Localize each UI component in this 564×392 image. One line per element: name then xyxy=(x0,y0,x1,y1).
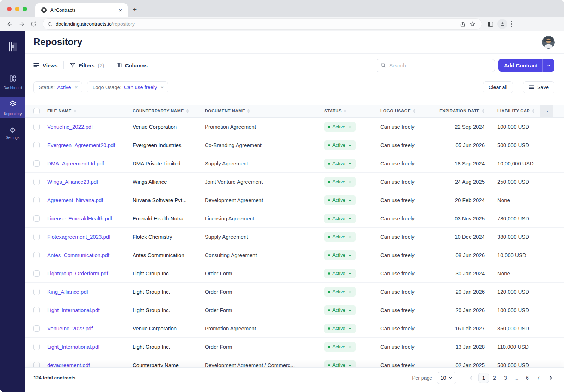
browser-profile-icon[interactable] xyxy=(497,19,507,29)
chip-remove-icon[interactable]: × xyxy=(160,84,164,90)
row-checkbox[interactable] xyxy=(33,325,40,332)
reload-icon[interactable] xyxy=(28,19,39,29)
browser-tab[interactable]: AirContracts × xyxy=(35,3,128,17)
sidebar-item-repository[interactable]: Repository xyxy=(0,97,25,118)
status-badge[interactable]: Active xyxy=(324,269,356,278)
chevron-down-icon xyxy=(348,290,352,294)
row-checkbox[interactable] xyxy=(33,179,40,185)
tab-close-icon[interactable]: × xyxy=(117,7,123,13)
logo-usage-cell: Can use freely xyxy=(380,215,438,221)
column-header-doc[interactable]: DOCUMENT NAME xyxy=(205,109,324,114)
column-header-file[interactable]: FILE NAME xyxy=(47,109,133,114)
clear-all-button[interactable]: Clear all xyxy=(483,81,513,93)
status-badge[interactable]: Active xyxy=(324,122,356,132)
filter-chip[interactable]: Logo Usage: Can use freely × xyxy=(87,81,168,93)
file-name-link[interactable]: Wings_Alliance23.pdf xyxy=(47,179,133,185)
main-content: Repository Views Filters xyxy=(25,31,564,392)
status-badge[interactable]: Active xyxy=(324,140,356,150)
share-icon[interactable] xyxy=(458,19,467,29)
search-input[interactable] xyxy=(389,62,490,68)
status-badge[interactable]: Active xyxy=(324,250,356,260)
file-name-link[interactable]: DMA_AgreementLtd.pdf xyxy=(47,160,133,166)
expiration-date-cell: 20 Jan 2026 xyxy=(438,289,497,295)
per-page-select[interactable]: 10 xyxy=(437,372,456,384)
file-name-link[interactable]: Flotexagreement_2023.pdf xyxy=(47,234,133,240)
sidebar-item-settings[interactable]: ⚙ Settings xyxy=(0,123,25,143)
liability-cap-cell: 110,000 USD xyxy=(497,344,564,350)
file-name-link[interactable]: Light_International.pdf xyxy=(47,344,133,350)
column-header-logo[interactable]: LOGO USAGE xyxy=(380,109,438,114)
bookmark-star-icon[interactable] xyxy=(467,19,477,29)
column-header-cp[interactable]: COUNTERPARTY NAME xyxy=(133,109,205,114)
filters-button[interactable]: Filters (2) xyxy=(64,62,110,68)
user-avatar[interactable] xyxy=(542,36,555,49)
row-checkbox[interactable] xyxy=(33,142,40,148)
add-contract-button[interactable]: Add Contract xyxy=(498,59,554,72)
filter-chip[interactable]: Status: Active × xyxy=(33,81,82,93)
pagination-next-icon[interactable] xyxy=(546,372,556,384)
row-checkbox[interactable] xyxy=(33,289,40,295)
page-button[interactable]: 3 xyxy=(500,373,511,383)
file-name-link[interactable]: License_EmeraldHealth.pdf xyxy=(47,215,133,221)
table-row: Light_International.pdf Light Group Inc.… xyxy=(25,338,564,356)
page-button[interactable]: 6 xyxy=(522,373,533,383)
row-checkbox[interactable] xyxy=(33,197,40,203)
row-checkbox[interactable] xyxy=(33,252,40,258)
row-checkbox[interactable] xyxy=(33,160,40,167)
scroll-right-button[interactable]: → xyxy=(540,105,553,117)
file-name-link[interactable]: King_Alliance.pdf xyxy=(47,289,133,295)
column-header-exp[interactable]: EXPIRATION DATE xyxy=(438,109,497,114)
status-badge[interactable]: Active xyxy=(324,287,356,297)
side-panel-icon[interactable] xyxy=(487,21,494,27)
fullscreen-window-button[interactable] xyxy=(23,7,27,11)
chip-remove-icon[interactable]: × xyxy=(75,84,78,90)
select-all-checkbox[interactable] xyxy=(33,108,40,114)
status-badge[interactable]: Active xyxy=(324,177,356,187)
column-header-cap[interactable]: LIABILITY CAP xyxy=(497,109,564,114)
counterparty-name-cell: Light Group Inc. xyxy=(133,344,205,350)
views-button[interactable]: Views xyxy=(33,62,63,68)
file-name-link[interactable]: VenueInc_2022.pdf xyxy=(47,124,133,130)
chevron-down-icon xyxy=(348,161,352,166)
file-name-link[interactable]: Agreement_Nirvana.pdf xyxy=(47,197,133,203)
row-checkbox[interactable] xyxy=(33,234,40,240)
row-checkbox[interactable] xyxy=(33,344,40,350)
status-badge[interactable]: Active xyxy=(324,360,356,367)
file-name-link[interactable]: devagreement.pdf xyxy=(47,362,133,367)
row-checkbox[interactable] xyxy=(33,124,40,130)
columns-button[interactable]: Columns xyxy=(110,62,154,68)
file-name-link[interactable]: Lightgroup_Orderform.pdf xyxy=(47,270,133,276)
page-button[interactable]: 2 xyxy=(489,373,500,383)
sidebar-item-dashboard[interactable]: Dashboard xyxy=(0,72,25,92)
file-name-link[interactable]: Antes_Communication.pdf xyxy=(47,252,133,258)
minimize-window-button[interactable] xyxy=(15,7,19,11)
liability-cap-cell: 350,000 USD xyxy=(497,325,564,331)
status-badge[interactable]: Active xyxy=(324,195,356,205)
expiration-date-cell: 22 Sep 2024 xyxy=(438,124,497,130)
row-checkbox[interactable] xyxy=(33,307,40,313)
file-name-link[interactable]: Evergreen_Agreement20.pdf xyxy=(47,142,133,148)
status-badge[interactable]: Active xyxy=(324,324,356,333)
column-header-status[interactable]: STATUS xyxy=(324,109,380,114)
file-name-link[interactable]: Light_International.pdf xyxy=(47,307,133,313)
status-badge[interactable]: Active xyxy=(324,305,356,315)
status-badge[interactable]: Active xyxy=(324,214,356,223)
url-bar[interactable]: doclanding.aircontracts.io/repository xyxy=(43,19,482,29)
row-checkbox[interactable] xyxy=(33,362,40,367)
status-badge[interactable]: Active xyxy=(324,342,356,352)
back-icon[interactable] xyxy=(4,19,15,29)
status-badge[interactable]: Active xyxy=(324,232,356,242)
browser-menu-kebab-icon[interactable] xyxy=(511,21,512,27)
add-contract-chevron-down-icon[interactable] xyxy=(543,63,554,68)
row-checkbox[interactable] xyxy=(33,215,40,222)
page-button[interactable]: 7 xyxy=(533,373,544,383)
close-window-button[interactable] xyxy=(7,7,12,11)
file-name-link[interactable]: VenueInc_2022.pdf xyxy=(47,325,133,331)
page-button[interactable]: 1 xyxy=(478,373,489,383)
save-view-button[interactable]: Save xyxy=(523,81,554,93)
new-tab-button[interactable]: + xyxy=(133,5,137,14)
forward-icon[interactable] xyxy=(16,19,27,29)
expiration-date-cell: 24 Aug 2025 xyxy=(438,179,497,185)
row-checkbox[interactable] xyxy=(33,270,40,277)
status-badge[interactable]: Active xyxy=(324,159,356,169)
